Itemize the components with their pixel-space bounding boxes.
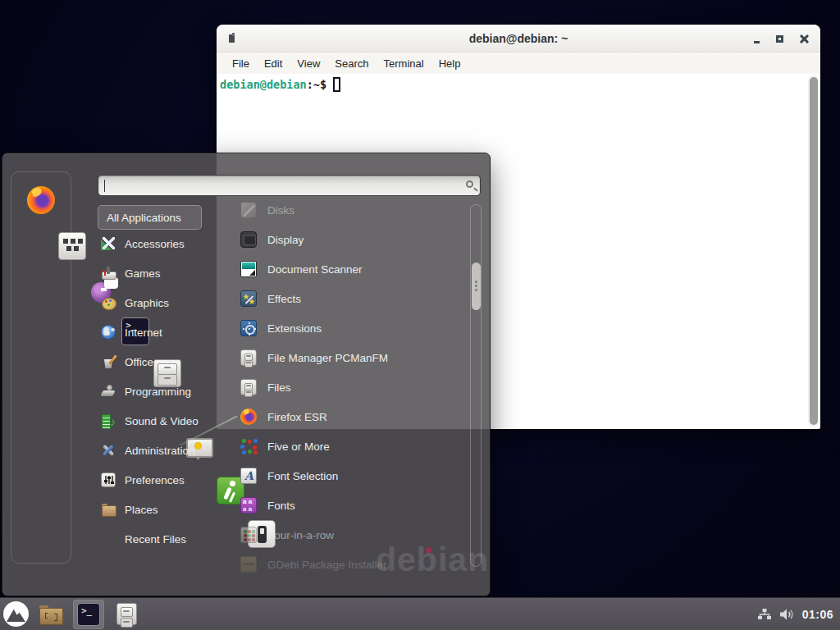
font-selection-icon bbox=[240, 468, 257, 484]
maximize-button[interactable] bbox=[776, 35, 783, 43]
extensions-icon bbox=[240, 320, 257, 336]
terminal-menubar: File Edit View Search Terminal Help bbox=[217, 53, 820, 74]
programming-icon bbox=[101, 384, 116, 399]
terminal-window-icon bbox=[229, 34, 235, 43]
files-cabinet-icon bbox=[116, 603, 137, 625]
shell-prompt: debian@debian:~$ bbox=[220, 77, 340, 92]
category-preferences[interactable]: Preferences bbox=[101, 468, 232, 492]
places-icon bbox=[101, 502, 116, 517]
taskbar-terminal-button[interactable] bbox=[73, 600, 104, 629]
games-icon bbox=[101, 266, 116, 281]
category-internet[interactable]: Internet bbox=[101, 320, 232, 345]
category-office[interactable]: Office bbox=[101, 349, 232, 374]
app-list-scrollbar-thumb[interactable] bbox=[472, 262, 481, 310]
menu-view[interactable]: View bbox=[290, 55, 327, 72]
prompt-user-host: debian@debian bbox=[220, 78, 307, 91]
category-recent-files[interactable]: Recent Files bbox=[101, 527, 232, 551]
search-input[interactable] bbox=[98, 175, 481, 196]
taskbar-file-manager-button[interactable] bbox=[35, 600, 66, 629]
disks-icon bbox=[240, 202, 257, 218]
five-or-more-icon bbox=[240, 438, 257, 454]
category-label: All Applications bbox=[107, 212, 181, 224]
clock[interactable]: 01:06 bbox=[802, 608, 833, 621]
taskbar: 01:06 bbox=[0, 597, 840, 630]
menu-help[interactable]: Help bbox=[431, 55, 468, 72]
file-cabinet-icon bbox=[240, 349, 257, 366]
minimize-button[interactable] bbox=[754, 41, 760, 43]
app-item-disks[interactable]: Disks bbox=[240, 198, 468, 222]
app-item-extensions[interactable]: Extensions bbox=[240, 316, 468, 340]
system-tray: 01:06 bbox=[757, 608, 840, 621]
app-list-scrollbar[interactable] bbox=[470, 204, 482, 567]
favorites-panel bbox=[11, 171, 71, 564]
terminal-window-title: debian@debian: ~ bbox=[217, 32, 820, 45]
app-item-effects[interactable]: Effects bbox=[240, 286, 468, 311]
app-item-fonts[interactable]: Fonts bbox=[240, 493, 468, 518]
category-accessories[interactable]: Accessories bbox=[101, 231, 232, 256]
menu-orb-icon[interactable] bbox=[3, 601, 29, 627]
firefox-icon[interactable] bbox=[27, 186, 55, 214]
administration-icon bbox=[101, 443, 116, 458]
app-item-firefox-esr[interactable]: Firefox ESR bbox=[240, 404, 468, 429]
category-places[interactable]: Places bbox=[101, 497, 232, 522]
app-item-files[interactable]: Files bbox=[240, 375, 468, 399]
search-icon bbox=[466, 180, 473, 188]
debian-watermark-dot bbox=[426, 547, 431, 553]
graphics-icon bbox=[101, 295, 116, 310]
office-icon bbox=[101, 354, 116, 369]
four-in-a-row-icon bbox=[240, 527, 257, 543]
category-all-applications[interactable]: All Applications bbox=[98, 205, 202, 230]
terminal-scrollbar[interactable] bbox=[808, 75, 819, 427]
taskbar-files-button[interactable] bbox=[111, 600, 142, 629]
app-item-file-manager-pcmanfm[interactable]: File Manager PCManFM bbox=[240, 345, 468, 370]
gdebi-icon bbox=[240, 556, 257, 573]
menu-file[interactable]: File bbox=[225, 55, 257, 72]
document-scanner-icon bbox=[240, 261, 257, 277]
category-administration[interactable]: Administration bbox=[101, 438, 232, 463]
terminal-titlebar[interactable]: debian@debian: ~ bbox=[217, 25, 820, 52]
app-item-document-scanner[interactable]: Document Scanner bbox=[240, 257, 468, 281]
terminal-scrollbar-thumb[interactable] bbox=[810, 77, 818, 425]
firefox-icon bbox=[240, 409, 257, 425]
folder-mark bbox=[45, 613, 48, 619]
text-caret bbox=[104, 180, 105, 192]
app-item-font-selection[interactable]: Font Selection bbox=[240, 463, 468, 488]
file-cabinet-icon bbox=[240, 379, 257, 395]
network-icon[interactable] bbox=[757, 608, 772, 621]
fonts-icon bbox=[240, 497, 257, 514]
prompt-suffix: :~$ bbox=[307, 78, 326, 91]
accessories-icon bbox=[101, 236, 116, 251]
keyboard-icon[interactable] bbox=[58, 232, 86, 260]
category-games[interactable]: Games bbox=[101, 261, 232, 285]
terminal-cursor bbox=[333, 77, 340, 92]
sound-video-icon bbox=[101, 413, 116, 428]
app-item-five-or-more[interactable]: Five or More bbox=[240, 434, 468, 459]
menu-search[interactable]: Search bbox=[327, 55, 376, 72]
category-graphics[interactable]: Graphics bbox=[101, 290, 232, 315]
blank-icon bbox=[101, 532, 116, 546]
effects-icon bbox=[240, 290, 257, 307]
debian-watermark: debian bbox=[376, 541, 489, 579]
application-menu: All Applications Accessories Games Graph… bbox=[2, 153, 491, 596]
close-button[interactable] bbox=[800, 34, 809, 43]
preferences-icon bbox=[101, 472, 116, 487]
display-icon bbox=[240, 231, 257, 248]
terminal-icon bbox=[77, 603, 100, 626]
volume-icon[interactable] bbox=[779, 608, 795, 621]
app-item-display[interactable]: Display bbox=[240, 227, 468, 252]
menu-terminal[interactable]: Terminal bbox=[377, 55, 431, 72]
menu-edit[interactable]: Edit bbox=[257, 55, 290, 72]
category-programming[interactable]: Programming bbox=[101, 379, 232, 404]
file-manager-folder-icon bbox=[39, 605, 62, 623]
desktop-background: debian@debian: ~ File Edit View Search T… bbox=[0, 0, 840, 630]
internet-icon bbox=[101, 325, 116, 340]
